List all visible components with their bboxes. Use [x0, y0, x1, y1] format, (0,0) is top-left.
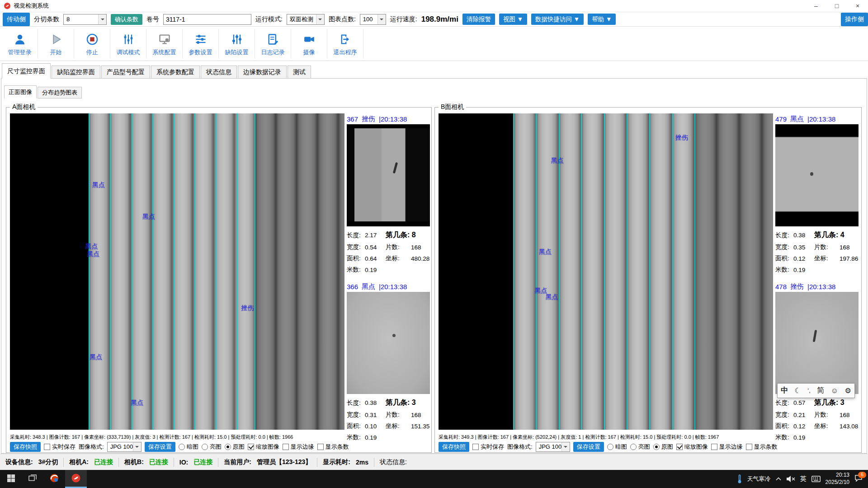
ribbon-button-3[interactable]: 停止: [74, 29, 110, 59]
ime-simplified-icon[interactable]: 简: [817, 386, 824, 395]
image-format-select[interactable]: JPG 100: [536, 442, 570, 452]
original-image-radio[interactable]: 原图: [225, 443, 245, 451]
separator: [317, 458, 317, 467]
view-menu-button[interactable]: 视图 ▼: [499, 14, 527, 25]
start-button[interactable]: [0, 470, 22, 488]
main-tab-4[interactable]: 系统参数配置: [151, 66, 200, 79]
main-tab-2[interactable]: 缺陷监控界面: [52, 66, 100, 79]
camera-a-image[interactable]: 黑点黑点黑点黑点挫伤黑点黑点: [10, 113, 344, 430]
operation-side-button[interactable]: 操作侧: [841, 13, 868, 26]
sub-tab-2[interactable]: 分布趋势图表: [38, 87, 82, 99]
volume-muted-icon[interactable]: [786, 475, 795, 483]
defect-thumbnail[interactable]: [775, 124, 859, 226]
roll-number-input[interactable]: [163, 14, 251, 25]
run-mode-select[interactable]: 双面检测: [287, 14, 325, 25]
coord-label: 坐标:: [386, 422, 411, 430]
save-snapshot-button[interactable]: 保存快照: [10, 442, 41, 452]
ribbon-button-8[interactable]: 日志记录: [255, 29, 291, 59]
coord-value: 197.86: [840, 255, 859, 262]
image-format-select[interactable]: JPG 100: [107, 442, 142, 452]
show-edge-checkbox[interactable]: 显示边缘: [283, 443, 314, 451]
maximize-button[interactable]: □: [826, 0, 847, 12]
taskbar-clock[interactable]: 20:13 2025/2/10: [826, 472, 849, 486]
main-tab-5[interactable]: 状态信息: [201, 66, 237, 79]
camera-b-image[interactable]: 挫伤黑点黑点黑点黑点: [439, 113, 773, 430]
main-tab-1[interactable]: 尺寸监控界面: [2, 63, 51, 79]
show-count-checkbox[interactable]: 显示条数: [317, 443, 349, 451]
device-info-value: 3#分切: [38, 458, 58, 466]
defect-card-header[interactable]: 367挫伤|20:13:38: [347, 113, 430, 124]
main-tab-6[interactable]: 边缘数据记录: [238, 66, 287, 79]
ime-settings-gear-icon[interactable]: ⚙: [844, 386, 851, 395]
task-view-button[interactable]: [22, 470, 43, 488]
ime-punctuation-icon[interactable]: ’,: [807, 387, 811, 394]
ribbon-button-2[interactable]: 开始: [38, 29, 74, 59]
defect-thumbnail[interactable]: [347, 124, 430, 226]
ribbon-button-4[interactable]: 调试模式: [110, 29, 146, 59]
defect-marker-label: 黑点: [546, 293, 558, 301]
area-value: 0.10: [365, 423, 386, 430]
chart-points-select[interactable]: 100: [360, 14, 386, 25]
chevron-down-icon: [377, 14, 386, 24]
dark-image-radio[interactable]: 暗图: [607, 443, 627, 451]
clear-alarm-button[interactable]: 清除报警: [462, 14, 495, 25]
realtime-save-checkbox[interactable]: 实时保存: [44, 443, 75, 451]
sub-tab-1[interactable]: 正面图像: [4, 85, 37, 99]
slit-count-select[interactable]: 8: [63, 14, 107, 25]
ime-language-indicator[interactable]: 英: [800, 475, 807, 483]
ime-mode-chinese[interactable]: 中: [781, 386, 788, 395]
defect-card-header[interactable]: 478挫伤|20:13:38: [775, 281, 859, 292]
camera-a-defect-list: 367挫伤|20:13:38长度:2.17第几条: 8宽度:0.54片数:168…: [347, 113, 430, 449]
ribbon-button-1[interactable]: 管理登录: [2, 29, 38, 59]
action-center-button[interactable]: 6: [854, 474, 863, 483]
ribbon-button-6[interactable]: 参数设置: [183, 29, 219, 59]
ribbon-button-7[interactable]: 缺陷设置: [219, 29, 255, 59]
save-settings-button[interactable]: 保存设置: [573, 442, 604, 452]
defect-card-header[interactable]: 366黑点|20:13:38: [347, 281, 430, 292]
original-image-radio[interactable]: 原图: [653, 443, 673, 451]
strip-boundary-line: [152, 113, 153, 430]
ribbon-button-10[interactable]: 退出程序: [327, 29, 363, 59]
touch-keyboard-icon[interactable]: [811, 476, 821, 482]
defect-card-header[interactable]: 479黑点|20:13:38: [775, 113, 859, 124]
minimize-button[interactable]: –: [806, 0, 826, 12]
main-tab-7[interactable]: 测试: [288, 66, 311, 79]
taskbar-app-1[interactable]: [43, 470, 65, 488]
speed-value: 198.9m/mi: [421, 15, 458, 24]
strip-boundary-line: [174, 113, 175, 430]
data-access-menu-button[interactable]: 数据快捷访问 ▼: [531, 14, 584, 25]
confirm-count-button[interactable]: 确认条数: [111, 14, 142, 25]
realtime-save-checkbox[interactable]: 实时保存: [472, 443, 504, 451]
slit-count-value: 8: [66, 16, 98, 23]
show-edge-checkbox[interactable]: 显示边缘: [711, 443, 743, 451]
bright-image-radio[interactable]: 亮图: [202, 443, 222, 451]
defect-marker-label: 黑点: [92, 181, 105, 189]
help-menu-button[interactable]: 帮助 ▼: [588, 14, 616, 25]
bright-image-radio[interactable]: 亮图: [630, 443, 650, 451]
ime-moon-icon[interactable]: ☾: [795, 386, 801, 395]
ribbon-button-5[interactable]: 系统配置: [146, 29, 183, 59]
chevron-down-icon: [316, 14, 324, 24]
save-settings-button[interactable]: 保存设置: [145, 442, 175, 452]
radio-selected-icon: [225, 444, 231, 450]
main-tab-3[interactable]: 产品型号配置: [101, 66, 150, 79]
show-count-checkbox[interactable]: 显示条数: [746, 443, 778, 451]
length-value: 0.57: [793, 399, 814, 406]
ime-emoji-icon[interactable]: ☺: [831, 387, 838, 395]
zoom-image-checkbox[interactable]: 缩放图像: [248, 443, 279, 451]
clock-time: 20:13: [826, 472, 849, 479]
meters-label: 米数:: [347, 433, 365, 441]
close-button[interactable]: ×: [847, 0, 868, 12]
ribbon-button-9[interactable]: 摄像: [291, 29, 327, 59]
save-snapshot-button[interactable]: 保存快照: [439, 442, 469, 452]
defect-thumbnail[interactable]: [347, 292, 430, 394]
hidden-icons-chevron[interactable]: [776, 477, 781, 481]
dark-image-radio[interactable]: 暗图: [179, 443, 198, 451]
strip-boundary-line: [672, 113, 673, 430]
zoom-image-checkbox[interactable]: 缩放图像: [676, 443, 708, 451]
original-image-label: 原图: [233, 443, 245, 451]
taskbar-app-vision-system[interactable]: [65, 470, 87, 488]
defect-thumbnail[interactable]: [775, 292, 859, 394]
transmission-side-button[interactable]: 传动侧: [3, 13, 30, 26]
weather-text[interactable]: 天气寒冷: [747, 475, 771, 483]
